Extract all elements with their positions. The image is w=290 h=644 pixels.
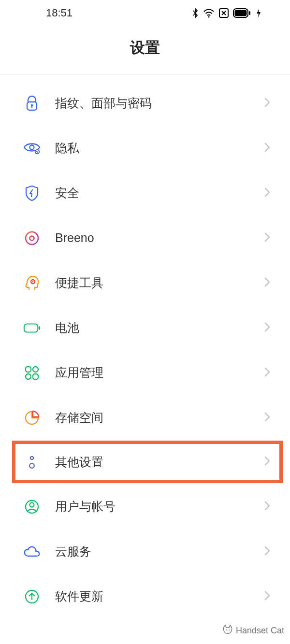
svg-point-10 — [26, 232, 38, 244]
wifi-icon — [203, 8, 215, 18]
svg-point-0 — [208, 16, 209, 17]
chevron-right-icon — [264, 500, 271, 514]
page-title: 设置 — [0, 24, 290, 75]
chevron-right-icon — [264, 186, 271, 200]
settings-item-label: 软件更新 — [55, 588, 264, 604]
close-box-icon — [218, 8, 229, 18]
eye-icon — [23, 140, 41, 157]
settings-item-label: 用户与帐号 — [55, 499, 264, 515]
settings-item-cloud[interactable]: 云服务 — [0, 529, 290, 574]
svg-point-25 — [226, 630, 227, 630]
chevron-right-icon — [264, 366, 271, 380]
chevron-right-icon — [264, 455, 271, 469]
battery-icon — [23, 319, 41, 337]
settings-item-breeno[interactable]: Breeno — [0, 215, 290, 260]
settings-item-label: 其他设置 — [55, 454, 264, 470]
circle-dot-icon — [23, 229, 41, 247]
settings-item-label: 指纹、面部与密码 — [55, 95, 264, 111]
settings-item-other[interactable]: 其他设置 — [12, 440, 283, 484]
svg-rect-14 — [24, 324, 38, 332]
cat-icon — [222, 624, 233, 637]
settings-item-battery[interactable]: 电池 — [0, 305, 290, 350]
battery-icon — [233, 8, 252, 18]
chevron-right-icon — [264, 276, 271, 290]
svg-rect-3 — [235, 10, 247, 16]
settings-item-apps[interactable]: 应用管理 — [0, 350, 290, 395]
settings-item-account[interactable]: 用户与帐号 — [0, 484, 290, 529]
settings-item-label: 电池 — [55, 320, 264, 336]
dots-icon — [23, 453, 41, 471]
settings-list: 指纹、面部与密码隐私安全Breeno便捷工具电池应用管理存储空间其他设置用户与帐… — [0, 75, 290, 619]
chevron-right-icon — [264, 411, 271, 425]
settings-item-fingerprint[interactable]: 指纹、面部与密码 — [0, 81, 290, 126]
svg-point-26 — [229, 630, 230, 630]
svg-rect-4 — [249, 11, 250, 15]
watermark-text: Handset Cat — [236, 626, 284, 636]
shield-icon — [23, 185, 41, 202]
chevron-right-icon — [264, 321, 271, 335]
cloud-icon — [23, 543, 41, 560]
settings-item-label: 便捷工具 — [55, 275, 264, 291]
update-icon — [23, 588, 41, 605]
lock-icon — [23, 95, 41, 112]
settings-item-tools[interactable]: 便捷工具 — [0, 260, 290, 305]
charging-icon — [256, 8, 261, 18]
chevron-right-icon — [264, 97, 271, 110]
apps-icon — [23, 364, 41, 382]
svg-point-8 — [30, 145, 34, 149]
chevron-right-icon — [264, 142, 271, 155]
settings-item-label: 安全 — [55, 185, 264, 201]
svg-point-23 — [30, 502, 34, 507]
settings-item-label: 存储空间 — [55, 410, 264, 426]
settings-item-security[interactable]: 安全 — [0, 171, 290, 215]
svg-point-13 — [32, 281, 34, 282]
settings-item-storage[interactable]: 存储空间 — [0, 395, 290, 440]
settings-item-label: Breeno — [55, 231, 264, 245]
svg-point-11 — [30, 236, 34, 240]
bluetooth-icon — [191, 8, 199, 18]
watermark: Handset Cat — [222, 624, 284, 637]
settings-item-label: 云服务 — [55, 544, 264, 559]
svg-rect-15 — [39, 326, 40, 330]
user-icon — [23, 498, 41, 515]
pie-icon — [23, 409, 41, 427]
status-time: 18:51 — [46, 7, 72, 19]
settings-item-privacy[interactable]: 隐私 — [0, 126, 290, 171]
settings-item-label: 应用管理 — [55, 365, 264, 381]
settings-item-label: 隐私 — [55, 140, 264, 156]
svg-point-20 — [30, 457, 33, 459]
chevron-right-icon — [264, 545, 271, 558]
settings-item-update[interactable]: 软件更新 — [0, 574, 290, 619]
status-indicators — [191, 8, 266, 18]
chevron-right-icon — [264, 231, 271, 245]
svg-point-21 — [29, 463, 34, 468]
head-gear-icon — [23, 274, 41, 292]
svg-rect-17 — [33, 367, 38, 372]
chevron-right-icon — [264, 590, 271, 603]
svg-rect-18 — [26, 374, 31, 379]
status-bar: 18:51 — [0, 0, 290, 24]
svg-rect-16 — [26, 367, 31, 372]
svg-rect-19 — [33, 374, 38, 379]
